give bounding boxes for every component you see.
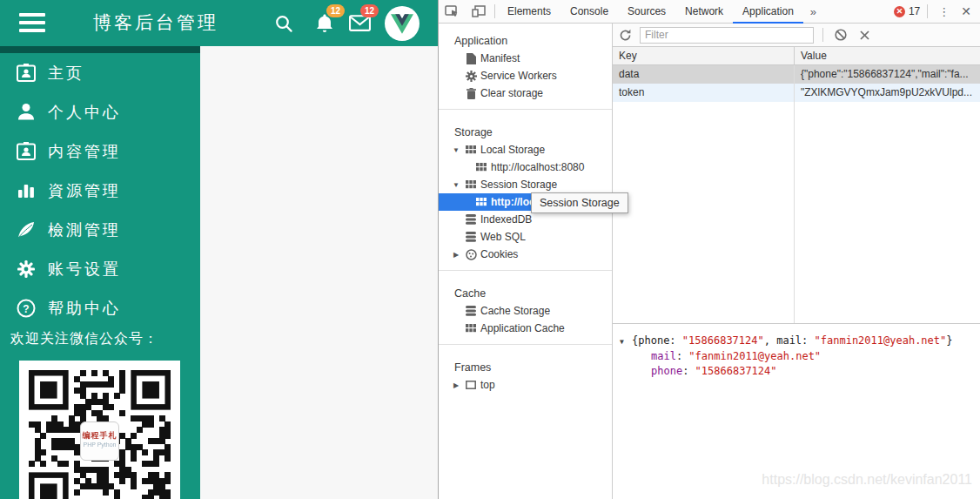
tab-sources[interactable]: Sources	[618, 0, 675, 24]
section-header-frames: Frames	[439, 359, 612, 376]
message-badge: 12	[360, 4, 379, 17]
tree-item-application-cache[interactable]: Application Cache	[439, 320, 612, 337]
column-header-value[interactable]: Value	[795, 47, 980, 64]
database-icon	[463, 306, 479, 316]
user-avatar-vue-logo[interactable]	[385, 6, 420, 41]
filter-input[interactable]	[640, 27, 814, 44]
bar-chart-icon	[15, 183, 37, 199]
screen: 博客后台管理 12 12 主页	[0, 0, 980, 499]
section-header-storage: Storage	[439, 124, 612, 141]
help-question-icon: ?	[15, 299, 37, 318]
tab-network[interactable]: Network	[675, 0, 733, 24]
qr-logo-subtitle: PHP Python	[81, 442, 118, 448]
sidebar-item-label: 資源管理	[48, 180, 121, 201]
sidebar-item-label: 帮助中心	[48, 298, 121, 319]
devtools-menu-kebab-icon[interactable]: ⋮	[930, 5, 957, 18]
svg-text:?: ?	[23, 302, 29, 314]
app-title: 博客后台管理	[93, 0, 218, 46]
error-count: 17	[909, 5, 920, 17]
sidebar-item-label: 个人中心	[48, 102, 121, 123]
tab-application[interactable]: Application	[733, 0, 803, 24]
gear-icon	[463, 71, 479, 82]
tree-item-service-workers[interactable]: Service Workers	[439, 67, 612, 84]
wechat-qr-code: 编程手札 PHP Python	[19, 361, 180, 499]
storage-row-data[interactable]: data {"phone":"15866837124","mail":"fa..…	[613, 65, 980, 84]
datagrid-header: Key Value	[613, 47, 980, 65]
chevron-expanded-icon[interactable]: ▼	[449, 181, 463, 189]
sidebar-item-label: 内容管理	[48, 141, 121, 162]
toolbar-separator	[927, 4, 928, 18]
storage-row-token[interactable]: token "ZXlKMGVYQmxJam9pU2xkVUlpd...	[613, 84, 980, 102]
storage-grid-icon	[463, 145, 479, 154]
datagrid-empty-area	[613, 102, 980, 323]
notification-badge: 12	[326, 4, 345, 17]
storage-grid-icon	[463, 180, 479, 189]
tree-item-indexeddb[interactable]: IndexedDB	[439, 211, 612, 228]
tree-item-session-storage[interactable]: ▼ Session Storage	[439, 176, 612, 193]
storage-toolbar	[613, 24, 980, 47]
more-tabs-chevron[interactable]: »	[803, 5, 823, 18]
tab-elements[interactable]: Elements	[498, 0, 560, 24]
qr-center-logo: 编程手札 PHP Python	[80, 421, 119, 461]
toolbar-separator	[494, 4, 495, 18]
sidebar-item-content-mgmt[interactable]: 内容管理	[0, 131, 200, 171]
sidebar-item-home[interactable]: 主页	[0, 53, 200, 92]
section-header-cache: Cache	[439, 285, 612, 302]
vue-logo-icon	[391, 14, 413, 34]
delete-selected-icon[interactable]	[829, 29, 853, 41]
storage-grid-icon	[473, 198, 489, 206]
contact-card-icon	[15, 64, 37, 82]
inspect-element-icon[interactable]	[439, 0, 466, 24]
sidebar-item-inspect-mgmt[interactable]: 檢測管理	[0, 210, 200, 249]
tree-item-manifest[interactable]: Manifest	[439, 50, 612, 67]
search-icon[interactable]	[274, 0, 293, 46]
session-storage-panel: Key Value data {"phone":"15866837124","m…	[613, 24, 980, 499]
tree-item-frame-top[interactable]: ▶ top	[439, 376, 612, 394]
database-icon	[463, 214, 479, 225]
chevron-expanded-icon[interactable]: ▼	[449, 146, 463, 154]
expander-triangle-icon[interactable]: ▼	[620, 334, 632, 349]
csdn-watermark: https://blog.csdn.net/kevinfan2011	[762, 472, 972, 488]
tree-item-web-sql[interactable]: Web SQL	[439, 228, 612, 246]
storage-grid-icon	[473, 163, 489, 172]
chevron-collapsed-icon[interactable]: ▶	[449, 251, 463, 259]
devtools-window: Elements Console Sources Network Applica…	[438, 0, 980, 499]
tree-item-cache-storage[interactable]: Cache Storage	[439, 302, 612, 320]
chevron-collapsed-icon[interactable]: ▶	[449, 381, 463, 389]
tab-console[interactable]: Console	[560, 0, 618, 24]
wechat-follow-prompt: 欢迎关注微信公众号：	[10, 330, 158, 348]
tree-item-localstorage-origin[interactable]: http://localhost:8080	[439, 158, 612, 176]
error-counter[interactable]: ✕ 17	[894, 5, 920, 17]
clear-all-icon[interactable]	[853, 30, 876, 41]
column-header-key[interactable]: Key	[613, 47, 795, 64]
tree-item-clear-storage[interactable]: Clear storage	[439, 84, 612, 102]
app-sidebar: 主页 个人中心 内容管理 資源管理	[0, 46, 200, 499]
sidebar-item-personal-center[interactable]: 个人中心	[0, 92, 200, 131]
sidebar-item-label: 账号设置	[48, 259, 121, 280]
app-main-content	[200, 46, 438, 499]
refresh-icon[interactable]	[613, 29, 638, 42]
session-storage-tooltip: Session Storage	[531, 192, 628, 213]
sidebar-item-help-center[interactable]: ? 帮助中心	[0, 288, 200, 327]
manifest-file-icon	[463, 53, 479, 64]
section-header-application: Application	[439, 32, 612, 50]
application-panel-sidebar: Application Manifest Service Workers Cle…	[439, 24, 613, 499]
frame-icon	[463, 381, 479, 389]
trash-icon	[463, 88, 479, 99]
device-toolbar-icon[interactable]	[466, 0, 492, 24]
devtools-close-icon[interactable]: ✕	[957, 4, 980, 18]
database-icon	[463, 232, 479, 242]
gear-icon	[15, 260, 37, 278]
error-circle-icon: ✕	[894, 6, 905, 17]
storage-grid-icon	[463, 324, 479, 333]
sidebar-item-resource-mgmt[interactable]: 資源管理	[0, 171, 200, 210]
devtools-topbar: Elements Console Sources Network Applica…	[439, 0, 980, 24]
contact-card-icon	[15, 142, 37, 160]
sidebar-item-account-settings[interactable]: 账号设置	[0, 249, 200, 288]
app-header: 博客后台管理 12 12	[0, 0, 438, 46]
sidebar-item-label: 主页	[48, 63, 84, 84]
preview-prop-phone: phone: "15866837124"	[620, 364, 980, 379]
tree-item-local-storage[interactable]: ▼ Local Storage	[439, 141, 612, 158]
tree-item-cookies[interactable]: ▶ Cookies	[439, 246, 612, 263]
hamburger-menu-icon[interactable]	[19, 13, 45, 33]
